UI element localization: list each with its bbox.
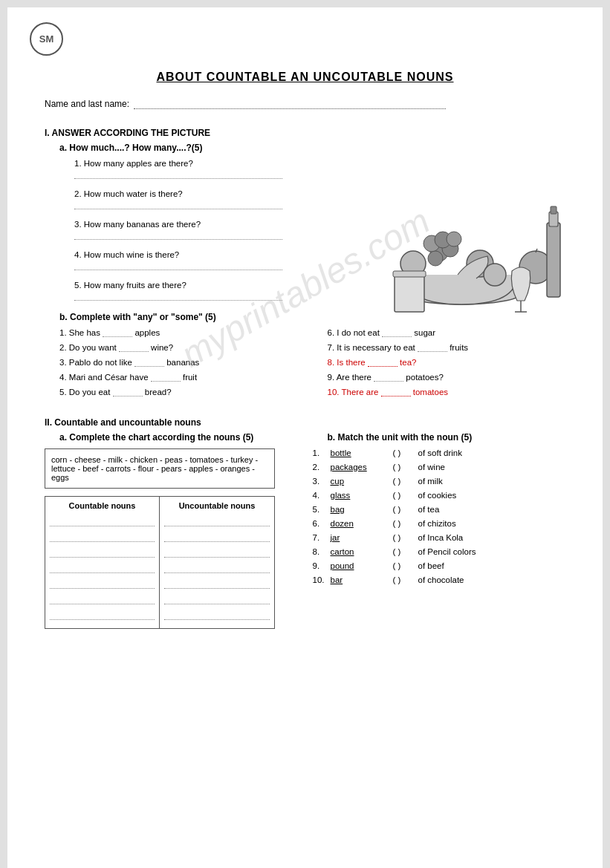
countable-col: Countable nouns <box>45 497 160 628</box>
svg-point-5 <box>447 232 461 247</box>
match-item-10: 10. bar ( ) of chocolate <box>313 575 566 584</box>
page-title: ABOUT COUNTABLE AN UNCOUTABLE NOUNS <box>45 71 565 84</box>
complete-item-1: 1. She has apples <box>59 328 298 337</box>
match-item-1: 1. bottle ( ) of soft drink <box>313 448 566 457</box>
complete-item-3: 3. Pablo do not like bananas <box>59 358 298 367</box>
name-line: Name and last name: <box>45 99 565 109</box>
section-ii-header: II. Countable and uncountable nouns <box>45 417 565 428</box>
complete-item-9: 9. Are there potatoes? <box>328 373 566 382</box>
word-list-box: corn - cheese - milk - chicken - peas - … <box>45 448 275 489</box>
answer-line-3 <box>74 231 282 240</box>
section-ii-two-col: a. Complete the chart according the noun… <box>45 432 565 629</box>
section-ii: II. Countable and uncountable nouns a. C… <box>45 417 565 629</box>
match-item-2: 2. packages ( ) of wine <box>313 463 566 471</box>
complete-list-left: 1. She has apples 2. Do you want wine? 3… <box>59 328 298 397</box>
svg-rect-14 <box>551 206 557 214</box>
svg-rect-18 <box>393 271 426 277</box>
answer-line-4 <box>74 261 282 270</box>
nouns-table: Countable nouns Uncountable nouns <box>45 496 275 629</box>
section-i-header: I. ANSWER ACCORDING THE PICTURE <box>45 128 565 138</box>
name-input-line <box>134 108 446 109</box>
answer-line-2 <box>74 200 282 209</box>
complete-left: 1. She has apples 2. Do you want wine? 3… <box>45 328 298 402</box>
section-ii-part-a: a. Complete the chart according the noun… <box>45 432 298 629</box>
complete-right: 6. I do not eat sugar 7. It is necessary… <box>313 328 566 402</box>
match-item-9: 9. pound ( ) of beef <box>313 561 566 570</box>
match-list: 1. bottle ( ) of soft drink 2. packages … <box>313 448 566 584</box>
countable-lines <box>50 515 155 620</box>
part-b-ii-header: b. Match the unit with the noun (5) <box>328 432 566 443</box>
fruit-illustration <box>372 178 573 327</box>
svg-point-9 <box>484 264 506 286</box>
match-item-7: 7. jar ( ) of Inca Kola <box>313 533 566 542</box>
worksheet-page: SM myprintables.com ABOUT COUNTABLE AN U… <box>7 7 603 868</box>
complete-two-col: 1. She has apples 2. Do you want wine? 3… <box>45 328 565 402</box>
complete-item-8: 8. Is there tea? <box>328 358 566 367</box>
uncountable-col: Uncountable nouns <box>160 497 274 628</box>
svg-rect-12 <box>547 223 560 297</box>
svg-rect-17 <box>395 275 424 312</box>
answer-line-5 <box>74 292 282 301</box>
question-1: 1. How many apples are there? <box>74 159 565 179</box>
logo: SM <box>30 22 63 56</box>
part-a-ii-header: a. Complete the chart according the noun… <box>59 432 298 443</box>
match-item-3: 3. cup ( ) of milk <box>313 477 566 486</box>
section-ii-part-b: b. Match the unit with the noun (5) 1. b… <box>313 432 566 629</box>
complete-item-6: 6. I do not eat sugar <box>328 328 566 337</box>
match-item-5: 5. bag ( ) of tea <box>313 505 566 514</box>
fruit-bowl-image <box>372 178 573 327</box>
complete-item-7: 7. It is necessary to eat fruits <box>328 343 566 352</box>
complete-item-10: 10. There are tomatoes <box>328 388 566 397</box>
complete-item-2: 2. Do you want wine? <box>59 343 298 352</box>
countable-header: Countable nouns <box>50 501 155 510</box>
svg-point-6 <box>428 251 443 266</box>
complete-item-5: 5. Do you eat bread? <box>59 388 298 397</box>
match-item-8: 8. carton ( ) of Pencil colors <box>313 547 566 556</box>
complete-item-4: 4. Mari and César have fruit <box>59 373 298 382</box>
answer-line-1 <box>74 170 282 179</box>
complete-list-right: 6. I do not eat sugar 7. It is necessary… <box>328 328 566 397</box>
match-item-4: 4. glass ( ) of cookies <box>313 491 566 500</box>
uncountable-header: Uncountable nouns <box>164 501 270 510</box>
match-item-6: 6. dozen ( ) of chizitos <box>313 519 566 528</box>
uncountable-lines <box>164 515 270 620</box>
part-a-header: a. How much....? How many....?(5) <box>59 143 565 153</box>
